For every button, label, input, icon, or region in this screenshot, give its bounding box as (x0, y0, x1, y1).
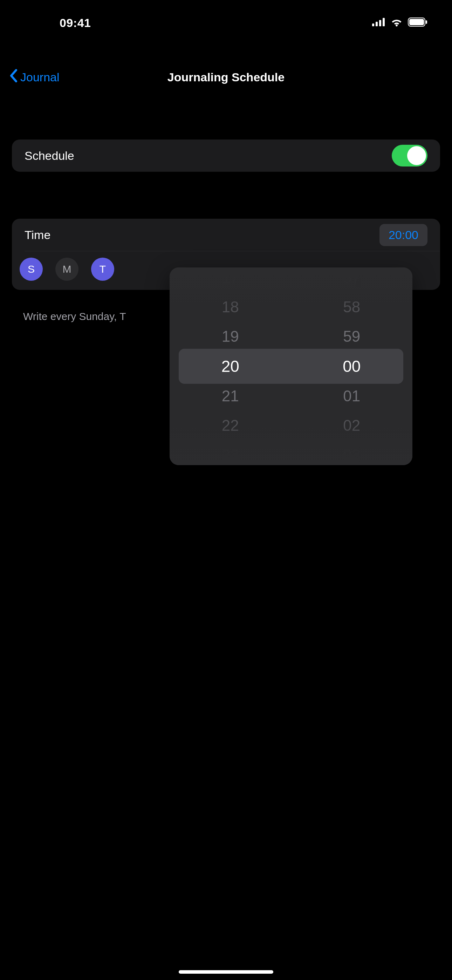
hour-option: 21 (222, 388, 239, 404)
status-bar: 09:41 (0, 0, 452, 46)
schedule-toggle[interactable] (392, 145, 428, 167)
wifi-icon (390, 18, 403, 28)
day-monday[interactable]: M (56, 258, 78, 281)
minute-selected: 00 (343, 358, 361, 374)
hour-selected: 20 (221, 358, 239, 374)
svg-rect-1 (376, 22, 378, 26)
time-picker-popover: 17 18 19 20 21 22 23 57 58 59 00 01 02 (170, 267, 412, 465)
schedule-cell-group: Schedule (12, 140, 440, 172)
back-label: Journal (20, 70, 60, 84)
svg-rect-2 (379, 20, 381, 26)
cellular-icon (372, 18, 385, 28)
minute-option: 01 (343, 388, 360, 404)
hour-option: 19 (222, 329, 239, 344)
home-indicator[interactable] (179, 970, 273, 974)
schedule-label: Schedule (24, 149, 74, 162)
day-sunday[interactable]: S (20, 258, 43, 281)
page-title: Journaling Schedule (167, 70, 285, 84)
svg-rect-3 (383, 18, 385, 26)
nav-bar: Journal Journaling Schedule (0, 67, 452, 88)
picker-fade-top (170, 267, 412, 310)
back-button[interactable]: Journal (9, 69, 60, 85)
svg-rect-5 (409, 19, 424, 25)
svg-rect-0 (372, 24, 374, 26)
svg-rect-6 (426, 20, 427, 24)
chevron-left-icon (9, 69, 18, 85)
schedule-cell[interactable]: Schedule (12, 140, 440, 172)
battery-icon (408, 18, 428, 28)
day-tuesday[interactable]: T (91, 258, 114, 281)
time-value-button[interactable]: 20:00 (379, 224, 428, 246)
time-label: Time (24, 228, 51, 242)
status-indicators (372, 18, 428, 28)
status-time: 09:41 (60, 16, 91, 30)
minute-option: 59 (343, 329, 360, 344)
picker-fade-bottom (170, 423, 412, 465)
toggle-knob (407, 146, 426, 165)
time-cell: Time 20:00 (12, 219, 440, 251)
